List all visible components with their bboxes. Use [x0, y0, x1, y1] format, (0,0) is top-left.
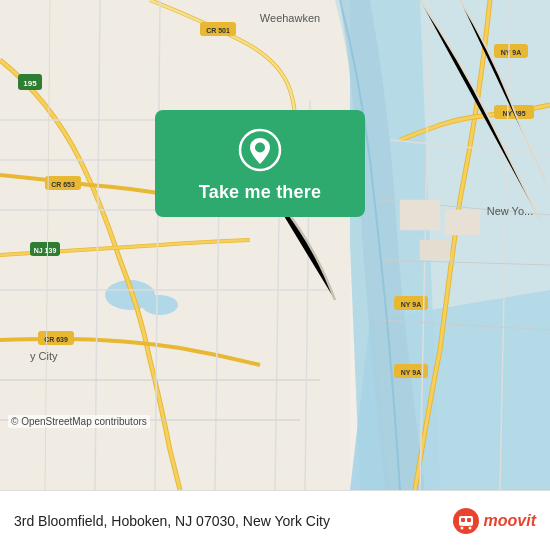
take-me-there-button[interactable]: Take me there — [199, 182, 321, 203]
location-pin-icon — [238, 128, 282, 172]
svg-rect-46 — [445, 210, 480, 235]
svg-text:CR 639: CR 639 — [44, 336, 68, 343]
svg-rect-52 — [461, 518, 465, 522]
svg-text:NY 9A: NY 9A — [401, 301, 422, 308]
svg-text:NY 9A: NY 9A — [401, 369, 422, 376]
svg-point-55 — [468, 526, 472, 530]
svg-text:NY 9A: NY 9A — [501, 49, 522, 56]
svg-rect-53 — [467, 518, 471, 522]
svg-point-5 — [142, 295, 178, 315]
location-text: 3rd Bloomfield, Hoboken, NJ 07030, New Y… — [14, 513, 442, 529]
svg-point-54 — [460, 526, 464, 530]
location-card: Take me there — [155, 110, 365, 217]
moovit-logo: moovit — [452, 507, 536, 535]
moovit-icon — [452, 507, 480, 535]
svg-rect-45 — [400, 200, 440, 230]
bottom-bar: 3rd Bloomfield, Hoboken, NJ 07030, New Y… — [0, 490, 550, 550]
svg-rect-47 — [420, 240, 450, 260]
svg-text:CR 501: CR 501 — [206, 27, 230, 34]
svg-text:NJ 139: NJ 139 — [34, 247, 57, 254]
svg-point-49 — [255, 143, 265, 153]
svg-text:Weehawken: Weehawken — [260, 12, 320, 24]
map-container: 195 NJ 139 CR 501 CR 653 CR 639 — [0, 0, 550, 490]
svg-text:New Yo...: New Yo... — [487, 205, 533, 217]
svg-text:y City: y City — [30, 350, 58, 362]
svg-text:CR 653: CR 653 — [51, 181, 75, 188]
svg-text:195: 195 — [23, 79, 37, 88]
moovit-name: moovit — [484, 512, 536, 530]
osm-credit: © OpenStreetMap contributors — [8, 415, 150, 428]
